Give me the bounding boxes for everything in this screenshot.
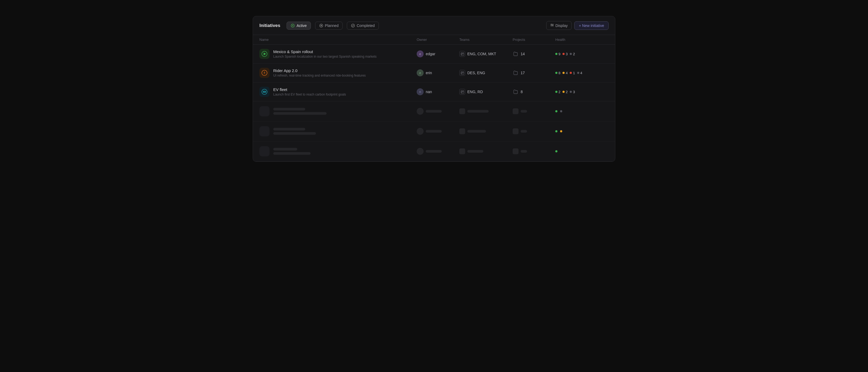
svg-text:e: e [419,52,421,56]
skeleton-projects-6 [513,148,555,154]
tab-planned-label: Planned [325,24,339,28]
owner-cell-3: n nan [417,88,459,95]
initiative-icon-2 [259,68,270,78]
projects-cell-3: 8 [513,89,555,95]
skeleton-owner-text-6 [426,150,442,153]
header-right: Display + New initiative [546,21,609,30]
new-initiative-button[interactable]: + New initiative [574,21,609,30]
teams-label-2: DES, ENG [467,71,485,75]
svg-rect-7 [551,26,554,26]
tab-completed[interactable]: Completed [347,22,379,30]
health-gray-count-1: 2 [573,52,575,56]
skeleton-health-5 [555,130,609,132]
skeleton-health-4 [555,110,609,112]
avatar-3: n [417,88,424,95]
health-gray-1: 2 [570,52,575,56]
skeleton-desc-5 [273,132,316,135]
skeleton-icon-6 [259,146,270,156]
display-button[interactable]: Display [546,21,572,30]
table-header: Name Owner Teams Projects Health [253,35,615,45]
table-row[interactable]: EV fleet Launch first EV fleet to reach … [253,82,615,102]
svg-rect-17 [461,54,462,55]
skeleton-name-4 [259,106,417,116]
dot-yellow-3 [562,91,565,93]
svg-text:e: e [419,71,421,75]
svg-rect-8 [551,24,552,25]
skeleton-teams-4 [459,108,513,114]
health-gray-count-2: 4 [580,71,582,75]
health-green-1: 9 [555,52,560,56]
health-cell-3: 2 2 3 [555,90,609,94]
skeleton-owner-text-5 [426,130,442,133]
health-gray-3: 3 [570,90,575,94]
dot-red-1 [562,53,565,55]
new-initiative-label: + New initiative [579,24,604,28]
teams-cell-1: ENG, COM, MKT [459,51,513,57]
initiative-desc-2: UI refresh, real-time tracking and enhan… [273,74,366,77]
skeleton-row-4 [253,102,615,121]
skeleton-proj-text-5 [521,130,527,133]
skeleton-projects-4 [513,108,555,114]
teams-label-1: ENG, COM, MKT [467,52,496,56]
health-green-2: 8 [555,71,560,75]
active-tab-icon [290,24,295,28]
svg-rect-16 [463,53,463,54]
tab-active[interactable]: Active [286,22,311,30]
initiative-title-3: EV fleet [273,87,346,92]
health-cell-1: 9 3 2 [555,52,609,56]
svg-rect-15 [461,53,462,54]
table-row[interactable]: Mexico & Spain rollout Launch Spanish lo… [253,45,615,63]
skeleton-avatar-4 [417,108,424,115]
dot-gray-1 [570,53,572,55]
owner-cell-1: e edgar [417,51,459,57]
skeleton-desc-4 [273,112,327,115]
initiative-title-2: Rider App 2.0 [273,68,366,73]
display-label: Display [556,24,568,28]
planned-tab-icon [319,24,323,28]
skeleton-teams-6 [459,148,513,154]
tab-planned[interactable]: Planned [315,22,343,30]
skeleton-title-6 [273,148,297,150]
svg-rect-34 [463,91,463,92]
tab-active-label: Active [297,24,307,28]
teams-icon-2 [459,70,465,76]
skeleton-teams-icon-4 [459,108,465,114]
svg-point-4 [351,24,354,27]
health-yellow-count-3: 2 [566,90,567,94]
svg-marker-1 [292,25,294,26]
health-yellow-3: 2 [562,90,567,94]
table-row[interactable]: Rider App 2.0 UI refresh, real-time trac… [253,63,615,82]
dot-gray-2 [577,72,579,74]
teams-icon-1 [459,51,465,57]
skeleton-proj-icon-6 [513,148,519,154]
skeleton-dot-yellow-5 [560,130,562,132]
projects-cell-2: 17 [513,70,555,76]
skeleton-title-5 [273,128,305,131]
initiative-desc-1: Launch Spanish localization in our two l… [273,55,377,58]
skeleton-dot-green-4 [555,110,557,112]
skeleton-row-5 [253,121,615,141]
health-green-3: 2 [555,90,560,94]
skeleton-health-6 [555,150,609,152]
svg-rect-27 [264,91,264,92]
dot-yellow-2 [562,72,565,74]
health-red-count-2: 1 [573,71,575,75]
dot-gray-3 [570,91,572,93]
tab-completed-label: Completed [357,24,375,28]
skeleton-desc-6 [273,152,311,155]
health-cell-2: 8 4 1 4 [555,71,609,75]
initiative-text-1: Mexico & Spain rollout Launch Spanish lo… [273,49,377,58]
skeleton-dot-green-6 [555,150,557,152]
skeleton-dot-green-5 [555,130,557,132]
col-owner: Owner [417,38,459,41]
skeleton-lines-4 [273,108,327,115]
completed-tab-icon [351,24,355,28]
dot-green-1 [555,53,557,55]
dot-red-2 [570,72,572,74]
skeleton-owner-6 [417,148,459,155]
project-icon-1 [513,51,519,57]
svg-rect-21 [461,71,464,75]
skeleton-proj-text-4 [521,110,527,113]
skeleton-teams-text-6 [467,150,483,153]
initiative-text-2: Rider App 2.0 UI refresh, real-time trac… [273,68,366,77]
